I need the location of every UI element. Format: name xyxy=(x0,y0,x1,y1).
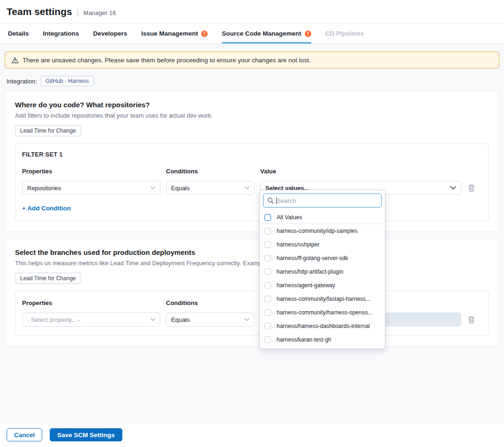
unsaved-changes-banner: There are unsaved changes. Please save t… xyxy=(5,52,499,68)
search-box[interactable] xyxy=(263,194,382,208)
main-content: There are unsaved changes. Please save t… xyxy=(0,44,504,423)
tab-label: Details xyxy=(8,30,29,37)
filter-labels-row: Properties Conditions xyxy=(22,299,482,306)
integration-chip[interactable]: GitHub - Harness xyxy=(41,76,94,86)
filter-set-branches: Properties Conditions - Select property.… xyxy=(15,291,489,335)
property-select[interactable]: Repositories xyxy=(22,181,160,195)
repositories-card-subtitle: Add filters to include repositories that… xyxy=(15,112,489,119)
title-separator: | xyxy=(77,8,79,17)
filter-row: - Select property... - Equals xyxy=(22,313,482,327)
page-title: Team settings xyxy=(7,6,72,17)
repo-option-label: harness/harness-dashboards-internal xyxy=(277,323,370,329)
repo-option[interactable]: harness/... xyxy=(260,346,385,349)
repo-option[interactable]: harness/ff-golang-server-sdk xyxy=(260,251,385,265)
repo-option-label: harness/agent-gateway xyxy=(277,282,335,289)
text-caret xyxy=(276,197,277,204)
lead-time-tag: Lead Time for Change xyxy=(15,125,81,136)
search-input[interactable] xyxy=(277,197,377,204)
trash-icon xyxy=(468,316,475,324)
repo-option[interactable]: harness/harness-dashboards-internal xyxy=(260,319,385,333)
properties-label: Properties xyxy=(22,168,160,175)
tab-source-code-management[interactable]: Source Code Management ! xyxy=(222,23,311,43)
repo-option-label: harness/ff-golang-server-sdk xyxy=(277,255,348,261)
dropdown-search-wrap xyxy=(260,190,385,211)
conditions-label: Conditions xyxy=(166,299,255,306)
chevron-down-icon xyxy=(450,186,456,190)
delete-filter-button[interactable] xyxy=(467,183,475,193)
filter-set-title: FILTER SET 1 xyxy=(22,151,482,158)
search-icon xyxy=(267,197,274,204)
tab-bar: Details Integrations Developers Issue Ma… xyxy=(0,23,504,44)
properties-label: Properties xyxy=(22,299,160,306)
repo-option-label: harness-community/harness-openso... xyxy=(277,309,372,316)
tab-details[interactable]: Details xyxy=(8,23,29,43)
checkbox-icon[interactable] xyxy=(264,336,271,343)
repo-option[interactable]: harness/karan-test-gh xyxy=(260,333,385,346)
warning-triangle-icon xyxy=(11,57,19,64)
warning-badge-icon: ! xyxy=(305,30,311,37)
checkbox-icon[interactable] xyxy=(264,296,271,302)
cancel-button[interactable]: Cancel xyxy=(7,428,42,441)
filter-row: Repositories Equals Select values... xyxy=(22,181,482,195)
chevron-down-icon xyxy=(245,186,249,189)
branches-card: Select the branches used for production … xyxy=(5,238,499,346)
repo-option[interactable]: harness-community/idp-samples xyxy=(260,224,385,238)
all-values-label: All Values xyxy=(277,214,302,221)
banner-text: There are unsaved changes. Please save t… xyxy=(23,57,311,64)
add-condition-link[interactable]: + Add Condition xyxy=(22,205,71,212)
repo-option-label: harness/karan-test-gh xyxy=(277,336,331,343)
tab-label: Issue Management xyxy=(141,30,198,37)
tab-issue-management[interactable]: Issue Management ! xyxy=(141,23,208,43)
repo-option-label: harness-community/fastapi-harness... xyxy=(277,296,370,302)
repositories-card: Where do you code? What repositories? Ad… xyxy=(5,91,499,232)
integration-row: Integration: GitHub - Harness xyxy=(7,76,504,86)
checkbox-icon[interactable] xyxy=(264,282,271,289)
checkbox-icon[interactable] xyxy=(264,268,271,275)
chevron-down-icon xyxy=(150,318,155,321)
checkbox-icon[interactable] xyxy=(264,255,271,261)
repo-option-label: harness/sshpiper xyxy=(277,241,319,248)
footer-actions: Cancel Save SCM Settings xyxy=(0,423,504,447)
checkbox-icon[interactable] xyxy=(264,241,271,248)
tab-developers[interactable]: Developers xyxy=(93,23,128,43)
property-select[interactable]: - Select property... - xyxy=(22,313,160,327)
repo-option[interactable]: harness/http-artifact-plugin xyxy=(260,265,385,278)
tab-label: CD Pipelines xyxy=(325,30,364,37)
checkbox-icon[interactable] xyxy=(264,323,271,329)
team-settings-page: Team settings | Manager 16 Details Integ… xyxy=(0,0,504,447)
tab-label: Integrations xyxy=(43,30,79,37)
repo-option[interactable]: harness/agent-gateway xyxy=(260,278,385,292)
checkbox-icon[interactable] xyxy=(264,309,271,316)
repo-option[interactable]: harness/sshpiper xyxy=(260,238,385,251)
page-header: Team settings | Manager 16 xyxy=(0,0,504,23)
team-name-label: Manager 16 xyxy=(83,9,116,16)
filter-labels-row: Properties Conditions Value xyxy=(22,168,482,175)
values-dropdown: All Values harness-community/idp-samples… xyxy=(259,190,385,349)
tab-label: Developers xyxy=(93,30,128,37)
filter-set-1: FILTER SET 1 Properties Conditions Value… xyxy=(15,143,489,221)
tab-label: Source Code Management xyxy=(222,30,301,37)
repo-option[interactable]: harness-community/harness-openso... xyxy=(260,305,385,319)
save-scm-settings-button[interactable]: Save SCM Settings xyxy=(50,428,122,441)
property-select-placeholder: - Select property... - xyxy=(27,316,80,323)
chevron-down-icon xyxy=(245,318,249,321)
repo-option[interactable]: harness-community/fastapi-harness... xyxy=(260,292,385,305)
property-select-value: Repositories xyxy=(27,185,61,192)
condition-select[interactable]: Equals xyxy=(166,181,255,195)
lead-time-tag: Lead Time for Change xyxy=(15,273,81,284)
checkbox-icon[interactable] xyxy=(264,228,271,234)
condition-select-value: Equals xyxy=(171,316,190,323)
condition-select[interactable]: Equals xyxy=(166,313,255,327)
tab-cd-pipelines: CD Pipelines xyxy=(325,23,364,43)
integration-label: Integration: xyxy=(7,78,37,85)
tab-integrations[interactable]: Integrations xyxy=(43,23,79,43)
chevron-down-icon xyxy=(150,186,155,189)
conditions-label: Conditions xyxy=(166,168,255,175)
repo-option-label: harness/http-artifact-plugin xyxy=(277,268,343,275)
value-label: Value xyxy=(260,168,461,175)
delete-filter-button[interactable] xyxy=(467,315,475,324)
checkbox-icon[interactable] xyxy=(264,214,271,221)
branches-card-subtitle: This helps us measure metrics like Lead … xyxy=(15,260,489,267)
trash-icon xyxy=(468,184,475,192)
all-values-option[interactable]: All Values xyxy=(260,211,385,224)
